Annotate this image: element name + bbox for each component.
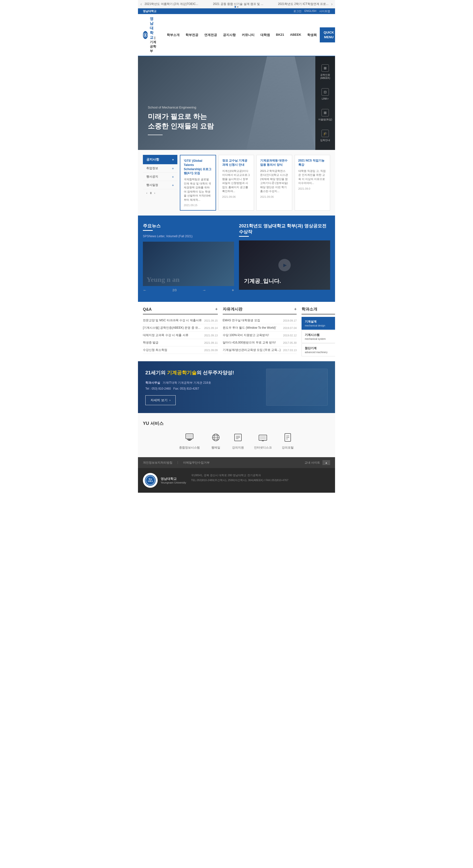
nav-linked[interactable]: 연계전공 bbox=[201, 29, 220, 41]
banner-prev-btn[interactable]: ‹ bbox=[140, 1, 142, 7]
nav-community[interactable]: 커뮤니티 bbox=[239, 29, 258, 41]
quick-menu-button[interactable]: QUICK MENU bbox=[320, 27, 335, 42]
qna-box: Q&A + 전문교양 및 MSC 타과과목 수강 시 제출서류 2021.09.… bbox=[143, 307, 218, 356]
banner-item-0[interactable]: 2021학년도 여름학기 (2차 개강)TOEIC... bbox=[145, 2, 198, 6]
footer-campus-area: 교내 사이트 ▲ bbox=[304, 460, 330, 465]
notice-subtab-jobs[interactable]: 취업정보 + bbox=[143, 164, 177, 173]
news-add-btn[interactable]: + bbox=[232, 288, 234, 292]
yu-services-title: YU 서비스 bbox=[143, 421, 330, 426]
school-tab-2[interactable]: 첨단기계 advanced machinery bbox=[302, 343, 335, 356]
news-next-btn[interactable]: → bbox=[202, 288, 206, 292]
qna-item-4[interactable]: 수강신청 최소학점 2021.09.09 bbox=[143, 346, 218, 354]
qna-item-1[interactable]: [기계시스템] 공학인증(ABEEK) 운영 중 유... 2021.09.14 bbox=[143, 324, 218, 332]
news-counter: 2/3 bbox=[172, 288, 177, 292]
nav-intro[interactable]: 학부소개 bbox=[164, 29, 182, 41]
english-link[interactable]: ENGLISH bbox=[304, 9, 316, 13]
pager-prev[interactable]: ‹ bbox=[146, 191, 147, 195]
logo[interactable]: 영남대학교 |기계공학부 bbox=[143, 14, 157, 56]
notice-card-1-date: 2021.09.06 bbox=[222, 195, 250, 198]
banner-item-2[interactable]: 2021학년도 2학기 ICT학점연계 프로... bbox=[278, 2, 329, 6]
abeek-icon: ⊞ bbox=[322, 64, 329, 72]
service-label-0: 종합정보시스템 bbox=[179, 445, 200, 450]
qna-item-3[interactable]: 학생증 발급 2021.09.11 bbox=[143, 339, 218, 346]
footer-link-email[interactable]: 이메일무단수집거부 bbox=[183, 461, 210, 465]
nav-notice[interactable]: 공지사항 bbox=[220, 29, 239, 41]
admission-icon: 🎓 bbox=[322, 130, 329, 137]
school-tab-0-title: 기계설계 bbox=[305, 319, 335, 324]
news-prev-btn[interactable]: ← bbox=[143, 288, 147, 292]
board-header: 자유게시판 + bbox=[223, 307, 297, 314]
nav-abeek[interactable]: ABEEK bbox=[287, 29, 304, 41]
service-item-4[interactable]: 강의포털 bbox=[281, 431, 294, 450]
notice-card-0[interactable]: 'GTS' (Global Talents Scholarship) 프로그램(… bbox=[180, 155, 216, 211]
hero-menu-admission[interactable]: 🎓 입학안내 bbox=[320, 130, 330, 142]
qna-item-0-date: 2021.09.15 bbox=[204, 319, 218, 322]
footer-btn-arrow: › bbox=[169, 398, 170, 402]
school-box: 학과소개 기계설계 mechanical design 기계시스템 mechan… bbox=[302, 307, 335, 356]
hero-menu-abeek[interactable]: ⊞ 공학인증(ABEEK) bbox=[320, 64, 330, 80]
banner-item-1[interactable]: 2021 공동 융합 신기술 설계 캠프 및 ... bbox=[213, 2, 263, 6]
footer-top: 개인정보보지처리방침 | 이메일무단수집거부 교내 사이트 ▲ bbox=[138, 457, 335, 468]
board-list: EMAS 연구실 대학원생 모집 2019.09.17 윈도우 투더 월드 (W… bbox=[223, 317, 297, 354]
board-item-2-date: 2019.02.12 bbox=[283, 334, 297, 337]
qna-item-2[interactable]: 대체지정 교과목 수강 시 제출 서류 2021.09.13 bbox=[143, 332, 218, 339]
qna-plus-btn[interactable]: + bbox=[215, 307, 218, 312]
qna-item-3-date: 2021.09.11 bbox=[204, 341, 218, 344]
nav-major[interactable]: 학부전공 bbox=[182, 29, 201, 41]
nav-student[interactable]: 학생회 bbox=[304, 29, 320, 41]
news-right: 2021학년도 영남대학교 학부(과) 영상공모전 수상작 기계공_입니다. bbox=[239, 223, 330, 294]
notice-tab-plus: + bbox=[172, 158, 174, 161]
hero-menu-link[interactable]: ⊡ LINK+ bbox=[322, 88, 329, 100]
hero-line bbox=[148, 135, 163, 135]
board-item-3[interactable]: 달마다 416,000원받으며 무료 교육 받자! 2017.05.30 bbox=[223, 339, 297, 346]
notice-card-3[interactable]: 2021 NCS 직업기능 특강 대학원 직경입 고, 직접은 인지계진을 위한… bbox=[295, 155, 330, 211]
hero-menu-employment[interactable]: ⊞ 어울림(취업) bbox=[318, 109, 332, 121]
footer-link-privacy[interactable]: 개인정보보지처리방침 bbox=[143, 461, 172, 465]
board-item-1[interactable]: 윈도우 투더 월드 (Window To the World)' 2019.07… bbox=[223, 324, 297, 332]
notice-card-2[interactable]: 기계공과제등 대면수업용 동의서 양식 2021-2 학적공학전스 돈다(인디)… bbox=[257, 155, 292, 211]
service-item-0[interactable]: 종합정보시스템 bbox=[179, 431, 200, 450]
footer-detail-btn[interactable]: 자세히 보기 › bbox=[145, 395, 176, 405]
footer-logo-area: 영남대학교 영남대학교 Yeungnam University bbox=[143, 473, 186, 488]
notice-card-3-date: 2021.09.0 bbox=[298, 187, 327, 190]
video-thumbnail[interactable]: 기계공_입니다. bbox=[239, 241, 330, 290]
university-label: 영남대학교 bbox=[143, 9, 157, 13]
notice-subtab-schedule[interactable]: 행사일정 + bbox=[143, 181, 177, 189]
service-item-2[interactable]: 강의지원 bbox=[232, 431, 244, 450]
video-overlay-text: 기계공_입니다. bbox=[244, 277, 281, 285]
nav-grad[interactable]: 대학원 bbox=[258, 29, 273, 41]
board-plus-btn[interactable]: + bbox=[294, 307, 297, 312]
nav-bk21[interactable]: BK21 bbox=[273, 29, 287, 41]
news-subtitle: SPSNews Letter, Volume8 (Fall 2021) bbox=[143, 235, 234, 238]
banner-next-btn[interactable]: › bbox=[331, 1, 333, 7]
footer-address-line1: 우)38541, 경북 경산시 대학로 280 영남대학교 전기공학과 bbox=[191, 473, 289, 478]
logo-icon bbox=[143, 31, 148, 39]
pager-play[interactable]: ⏸ bbox=[149, 191, 152, 195]
notice-grid: 공지사항 + 취업정보 + 행사공지 + 행사일정 + ‹ ⏸ › bbox=[143, 155, 330, 211]
qna-item-0[interactable]: 전문교양 및 MSC 타과과목 수강 시 제출서류 2021.09.15 bbox=[143, 317, 218, 324]
svg-rect-2 bbox=[187, 434, 193, 438]
board-item-2[interactable]: 수당 100%국비 지원받고 교육받자! 2019.02.12 bbox=[223, 332, 297, 339]
school-tab-0[interactable]: 기계설계 mechanical design bbox=[302, 317, 335, 330]
board-title: 자유게시판 bbox=[223, 307, 242, 312]
board-item-0[interactable]: EMAS 연구실 대학원생 모집 2019.09.17 bbox=[223, 317, 297, 324]
board-item-4-date: 2017.03.13 bbox=[283, 349, 297, 352]
board-item-4[interactable]: 기계설계/생산관리교육생 모집 (무료 교육...) 2017.03.13 bbox=[223, 346, 297, 354]
footer-campus-btn[interactable]: ▲ bbox=[323, 460, 330, 465]
pager-next[interactable]: › bbox=[154, 191, 155, 195]
notice-subtab-events[interactable]: 행사공지 + bbox=[143, 173, 177, 181]
notice-card-1[interactable]: 정묘 교수님 기계공과제 신청시 안내 지계신(대학교공)이다이다에서 비교교프… bbox=[218, 155, 254, 211]
utility-links: 로그인 ENGLISH 사이트맵 bbox=[294, 9, 330, 13]
board-item-3-date: 2017.05.30 bbox=[283, 341, 297, 344]
footer-banner-info: 학과사무실 가계IT대학 기계공학부 기계관 218호 Tel : 053) 8… bbox=[145, 380, 234, 392]
qna-item-0-text: 전문교양 및 MSC 타과과목 수강 시 제출서류 bbox=[143, 318, 202, 322]
login-link[interactable]: 로그인 bbox=[294, 9, 302, 13]
notice-tab-main[interactable]: 공지사항 + bbox=[143, 155, 177, 164]
service-item-3[interactable]: 인터넷디스크 bbox=[254, 431, 272, 450]
school-tab-1[interactable]: 기계시스템 mechanical system bbox=[302, 330, 335, 343]
board-item-1-text: 윈도우 투더 월드 (Window To the World)' bbox=[223, 326, 280, 330]
notice-card-2-title: 기계공과제등 대면수업용 동의서 양식 bbox=[260, 159, 289, 167]
qna-item-2-text: 대체지정 교과목 수강 시 제출 서류 bbox=[143, 333, 202, 337]
service-item-1[interactable]: 웹메일 bbox=[210, 431, 222, 450]
sitemap-link[interactable]: 사이트맵 bbox=[319, 9, 330, 13]
